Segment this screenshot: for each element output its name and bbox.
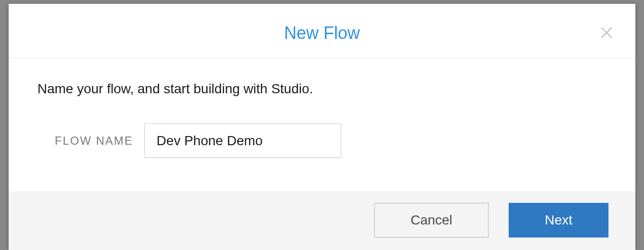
flow-name-row: FLOW NAME: [37, 124, 607, 158]
next-button[interactable]: Next: [509, 203, 608, 238]
modal-header: New Flow: [9, 4, 635, 58]
new-flow-modal: New Flow Name your flow, and start build…: [9, 4, 635, 250]
modal-description: Name your flow, and start building with …: [37, 81, 607, 97]
flow-name-input[interactable]: [144, 124, 341, 158]
modal-title: New Flow: [18, 23, 626, 43]
modal-footer: Cancel Next: [9, 191, 635, 250]
modal-body: Name your flow, and start building with …: [9, 58, 635, 191]
flow-name-label: FLOW NAME: [55, 134, 133, 148]
cancel-button[interactable]: Cancel: [374, 203, 489, 238]
close-button[interactable]: [599, 25, 614, 40]
close-icon: [599, 25, 614, 40]
